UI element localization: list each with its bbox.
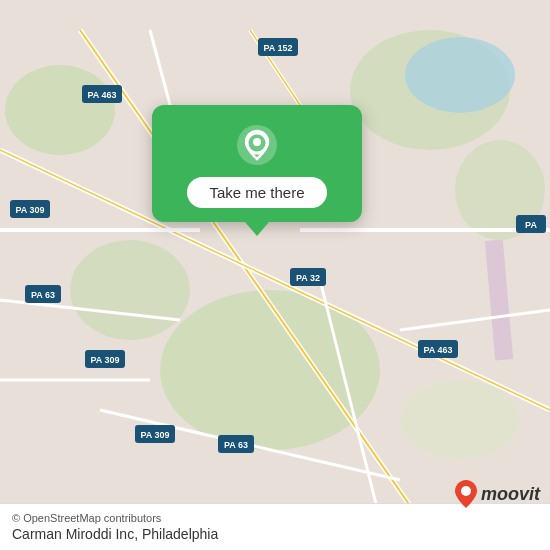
moovit-pin-icon: [455, 480, 477, 508]
map-background: PA 463 PA 309 PA 63 PA 309 PA 309 PA 63 …: [0, 0, 550, 550]
take-me-there-button[interactable]: Take me there: [187, 177, 326, 208]
svg-text:PA 463: PA 463: [87, 90, 116, 100]
svg-text:PA 63: PA 63: [224, 440, 248, 450]
svg-text:PA 309: PA 309: [90, 355, 119, 365]
svg-text:PA 309: PA 309: [140, 430, 169, 440]
svg-point-3: [5, 65, 115, 155]
svg-text:PA: PA: [525, 220, 537, 230]
svg-text:PA 463: PA 463: [423, 345, 452, 355]
svg-point-47: [461, 486, 471, 496]
svg-text:PA 152: PA 152: [263, 43, 292, 53]
moovit-logo: moovit: [455, 480, 540, 508]
moovit-brand-text: moovit: [481, 484, 540, 505]
svg-point-7: [405, 37, 515, 113]
svg-text:PA 32: PA 32: [296, 273, 320, 283]
svg-text:PA 309: PA 309: [15, 205, 44, 215]
map-container: PA 463 PA 309 PA 63 PA 309 PA 309 PA 63 …: [0, 0, 550, 550]
location-pin-icon: [235, 123, 279, 167]
svg-point-46: [253, 138, 261, 146]
svg-point-2: [70, 240, 190, 340]
svg-point-6: [400, 380, 520, 460]
bottom-bar: © OpenStreetMap contributors Carman Miro…: [0, 503, 550, 550]
svg-text:PA 63: PA 63: [31, 290, 55, 300]
location-label: Carman Miroddi Inc, Philadelphia: [12, 526, 538, 542]
popup-card: Take me there: [152, 105, 362, 222]
map-attribution: © OpenStreetMap contributors: [12, 512, 538, 524]
